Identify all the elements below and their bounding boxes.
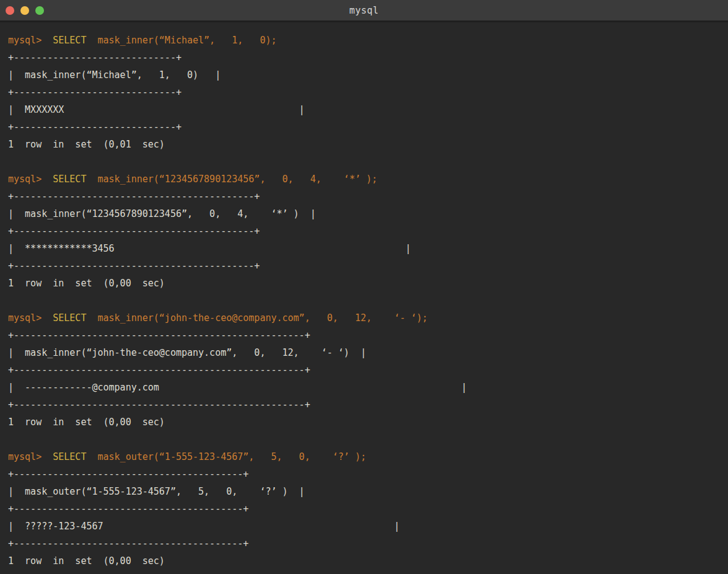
sql-keyword: SELECT	[53, 312, 97, 324]
table-border: +---------------------------------------…	[8, 188, 728, 205]
table-border: +---------------------------------------…	[8, 466, 728, 483]
query-block: mysql> SELECT mask_inner(“12345678901234…	[8, 170, 728, 292]
table-data-row: | MXXXXXX |	[8, 101, 728, 118]
sql-expression: mask_inner(“john-the-ceo@company.com”, 0…	[98, 312, 428, 324]
command-line: mysql> SELECT mask_inner(“Michael”, 1, 0…	[8, 32, 728, 49]
command-line: mysql> SELECT mask_inner(“12345678901234…	[8, 170, 728, 188]
sql-keyword: SELECT	[53, 451, 97, 462]
query-block: mysql> SELECT mask_inner(“john-the-ceo@c…	[8, 309, 728, 431]
traffic-lights	[6, 0, 44, 20]
zoom-button-icon[interactable]	[35, 6, 44, 15]
mysql-prompt: mysql>	[8, 312, 53, 324]
window-title: mysql	[349, 5, 379, 16]
table-header-row: | mask_inner(“1234567890123456”, 0, 4, ‘…	[8, 205, 728, 223]
query-block: mysql> SELECT mask_outer(“1-555-123-4567…	[8, 448, 728, 570]
close-button-icon[interactable]	[6, 6, 14, 15]
row-count-status: 1 row in set (0,00 sec)	[8, 552, 728, 570]
mysql-prompt: mysql>	[8, 35, 53, 46]
sql-expression: mask_outer(“1-555-123-4567”, 5, 0, ‘?’ )…	[98, 451, 366, 462]
table-border: +---------------------------------------…	[8, 327, 728, 344]
row-count-status: 1 row in set (0,00 sec)	[8, 275, 728, 292]
terminal-output: mysql> SELECT mask_inner(“Michael”, 1, 0…	[0, 22, 728, 574]
table-header-row: | mask_inner(“john-the-ceo@company.com”,…	[8, 344, 728, 361]
table-border: +-----------------------------+	[8, 84, 728, 101]
sql-expression: mask_inner(“1234567890123456”, 0, 4, ‘*’…	[98, 174, 378, 185]
mysql-prompt: mysql>	[8, 174, 53, 185]
sql-expression: mask_inner(“Michael”, 1, 0);	[98, 35, 277, 46]
table-border: +-----------------------------+	[8, 49, 728, 66]
table-header-row: | mask_outer(“1-555-123-4567”, 5, 0, ‘?’…	[8, 483, 728, 500]
table-border: +---------------------------------------…	[8, 223, 728, 240]
table-data-row: | ?????-123-4567 |	[8, 518, 728, 535]
table-border: +---------------------------------------…	[8, 535, 728, 552]
table-border: +---------------------------------------…	[8, 396, 728, 413]
query-block: mysql> SELECT mask_inner(“Michael”, 1, 0…	[8, 32, 728, 153]
row-count-status: 1 row in set (0,01 sec)	[8, 136, 728, 153]
table-border: +---------------------------------------…	[8, 257, 728, 275]
minimize-button-icon[interactable]	[20, 6, 29, 15]
sql-keyword: SELECT	[53, 174, 97, 185]
terminal-window: mysql mysql> SELECT mask_inner(“Michael”…	[0, 0, 728, 574]
table-header-row: | mask_inner(“Michael”, 1, 0) |	[8, 66, 728, 84]
sql-keyword: SELECT	[53, 35, 97, 46]
table-data-row: | ************3456 |	[8, 240, 728, 257]
titlebar: mysql	[0, 0, 728, 22]
table-border: +-----------------------------+	[8, 118, 728, 136]
table-border: +---------------------------------------…	[8, 500, 728, 518]
row-count-status: 1 row in set (0,00 sec)	[8, 413, 728, 431]
command-line: mysql> SELECT mask_inner(“john-the-ceo@c…	[8, 309, 728, 327]
table-data-row: | ------------@company.com |	[8, 379, 728, 396]
table-border: +---------------------------------------…	[8, 361, 728, 379]
mysql-prompt: mysql>	[8, 451, 53, 462]
command-line: mysql> SELECT mask_outer(“1-555-123-4567…	[8, 448, 728, 466]
